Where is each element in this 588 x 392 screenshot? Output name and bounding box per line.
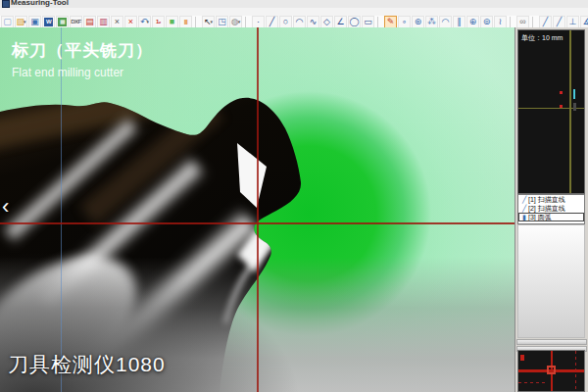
- element-list-item[interactable]: ▮ [3] 圆弧: [518, 213, 584, 221]
- point-probe-icon[interactable]: ∘: [398, 16, 411, 28]
- nav-axis-vertical: [569, 30, 571, 193]
- dropdown-caret-icon[interactable]: ▾: [24, 19, 26, 24]
- draw-ellipse-icon[interactable]: ◯: [348, 16, 361, 28]
- gear-probe-icon[interactable]: ⊛: [412, 16, 424, 28]
- toolbar-separator: [377, 17, 382, 27]
- toolbar-separator: [510, 17, 514, 27]
- centering-view[interactable]: [517, 350, 585, 392]
- perpendicular-icon[interactable]: ⊥: [566, 16, 579, 28]
- delete-all-icon[interactable]: ×: [124, 16, 137, 28]
- tool-title: 标刀（平头铣刀） Flat end milling cutter: [12, 39, 153, 79]
- mini-dashed-line-h: [518, 382, 546, 383]
- watermark-label: 刀具检测仪1080: [8, 351, 166, 378]
- new-file-icon[interactable]: ▢: [1, 16, 14, 28]
- draw-polygon-icon[interactable]: ◇: [320, 16, 333, 28]
- edit-report-icon[interactable]: ◳: [216, 16, 228, 28]
- draw-slot-icon[interactable]: ▭: [362, 16, 374, 28]
- element-list: ╱ [1] 扫描直线 ╱ [2] 扫描直线 ▮ [3] 圆弧: [517, 194, 585, 224]
- edge-guide-line: [61, 27, 62, 392]
- magnifier-icon[interactable]: ⊚: [480, 16, 493, 28]
- draw-curve-icon[interactable]: ∿: [307, 16, 319, 28]
- select-cursor-icon[interactable]: ↖▾: [202, 16, 215, 28]
- nav-tool-marker: [573, 103, 576, 111]
- camera-viewport[interactable]: 标刀（平头铣刀） Flat end milling cutter 刀具检测仪10…: [0, 27, 514, 392]
- mini-dashed-line-v: [575, 351, 576, 391]
- app-icon: [2, 0, 10, 8]
- dropdown-caret-icon[interactable]: ▾: [147, 19, 150, 24]
- right-panel: 单位：10 mm ╱ [1] 扫描直线 ╱ [2] 扫描直线 ▮ [3] 圆弧: [514, 27, 588, 392]
- pattern-probe-icon[interactable]: ⁂: [425, 16, 438, 28]
- delete-element-icon[interactable]: ×: [111, 16, 123, 28]
- element-type-icon: ╱: [520, 205, 528, 213]
- window-title: Measuring-Tool: [11, 0, 69, 7]
- report-icon[interactable]: ▤: [83, 16, 96, 28]
- nav-position-marker: [560, 105, 563, 108]
- angle-measure-icon[interactable]: ∡: [580, 16, 588, 28]
- draw-point-icon[interactable]: ·: [252, 16, 265, 28]
- draw-angle-icon[interactable]: ∠: [334, 16, 347, 28]
- crosshair-vertical: [257, 27, 259, 392]
- tool-title-zh: 标刀（平头铣刀）: [12, 39, 153, 62]
- construct-line2-icon[interactable]: ╱: [553, 16, 565, 28]
- arc-probe-icon[interactable]: ◠: [439, 16, 452, 28]
- dropdown-caret-icon[interactable]: ▾: [238, 19, 241, 24]
- draw-line-icon[interactable]: ╱: [266, 16, 278, 28]
- element-type-icon: ▮: [520, 214, 528, 221]
- spline-probe-icon[interactable]: ≀: [494, 16, 507, 28]
- focus-circle-icon[interactable]: ◍▾: [229, 16, 242, 28]
- color-swatch-icon[interactable]: ■: [166, 16, 178, 28]
- construct-line-icon[interactable]: ╱: [539, 16, 552, 28]
- export-image-icon[interactable]: ▦: [56, 16, 69, 28]
- app-window: Measuring-Tool ▢▨▾▣W▦DXF▤▥××↶▾1₂■|||↖▾◳◍…: [0, 0, 588, 392]
- sketch-pencil-icon[interactable]: ✎: [384, 16, 397, 28]
- results-panel: [517, 224, 585, 338]
- link-icon[interactable]: ∞: [516, 16, 529, 28]
- open-file-icon[interactable]: ▨▾: [15, 16, 27, 28]
- prev-arrow[interactable]: ‹: [2, 196, 9, 218]
- element-type-icon: ╱: [520, 196, 528, 204]
- toolbar-separator: [195, 17, 200, 27]
- undo-icon[interactable]: ↶▾: [138, 16, 151, 28]
- panel-splitter[interactable]: [515, 338, 588, 350]
- export-word-icon[interactable]: W: [42, 16, 55, 28]
- mini-center-box: [547, 366, 556, 374]
- draw-arc-icon[interactable]: ◠: [293, 16, 306, 28]
- mini-flag-icon: [520, 355, 524, 361]
- toolbar-separator: [245, 17, 250, 27]
- draw-circle-icon[interactable]: ○: [279, 16, 292, 28]
- parallel-probe-icon[interactable]: ∥: [453, 16, 466, 28]
- navigation-map[interactable]: 单位：10 mm: [517, 29, 585, 194]
- pick-probe-icon[interactable]: ⊕: [466, 16, 479, 28]
- stats-icon[interactable]: ▥: [97, 16, 110, 28]
- label-number-icon[interactable]: 1₂: [152, 16, 165, 28]
- export-dxf-icon[interactable]: DXF: [70, 16, 82, 28]
- save-icon[interactable]: ▣: [28, 16, 41, 28]
- unit-label: 单位：10 mm: [521, 33, 563, 43]
- titlebar: Measuring-Tool: [0, 0, 588, 8]
- tool-title-en: Flat end milling cutter: [12, 66, 153, 79]
- dropdown-caret-icon[interactable]: ▾: [211, 19, 214, 24]
- toolbar-separator: [532, 17, 537, 27]
- column-display-icon[interactable]: |||: [179, 16, 192, 28]
- nav-cursor-marker: [573, 89, 575, 99]
- nav-position-marker: [560, 91, 563, 94]
- menubar: [0, 8, 588, 16]
